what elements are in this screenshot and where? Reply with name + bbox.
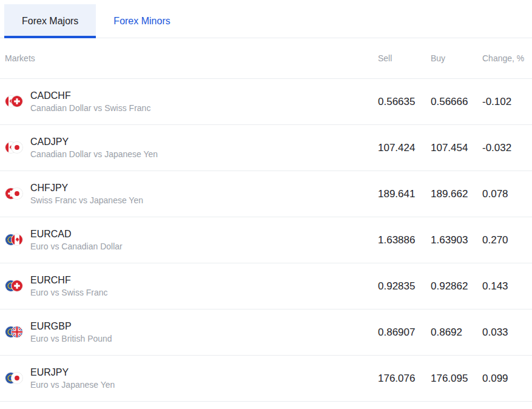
change-percent: 0.078 — [482, 188, 532, 200]
market-cell: EURGBP Euro vs British Pound — [5, 320, 378, 344]
market-cell: CADCHF Canadian Dollar vs Swiss Franc — [5, 89, 378, 113]
column-header-change: Change, % — [482, 53, 532, 63]
flag-pair — [5, 234, 23, 246]
pair-description: Euro vs Canadian Dollar — [30, 241, 123, 252]
buy-price: 1.63903 — [431, 234, 482, 246]
flag-pair — [5, 141, 23, 154]
sell-price: 0.92835 — [378, 280, 431, 292]
pair-text: EURCHF Euro vs Swiss Franc — [30, 274, 108, 298]
change-percent: 0.270 — [482, 234, 532, 246]
jpy-flag-icon — [11, 372, 23, 384]
pair-symbol: EURJPY — [30, 366, 115, 379]
pair-description: Canadian Dollar vs Japanese Yen — [30, 149, 158, 160]
jpy-flag-icon — [11, 141, 23, 154]
sell-price: 1.63886 — [378, 234, 431, 246]
flag-pair — [5, 326, 23, 338]
change-percent: 0.099 — [482, 373, 532, 385]
sell-price: 107.424 — [378, 142, 431, 154]
tab-forex-majors[interactable]: Forex Majors — [4, 4, 96, 38]
buy-price: 0.92862 — [431, 280, 482, 292]
change-percent: 0.143 — [482, 280, 532, 292]
pair-text: EURGBP Euro vs British Pound — [30, 320, 112, 344]
pair-description: Swiss Franc vs Japanese Yen — [30, 195, 143, 206]
pair-text: EURCAD Euro vs Canadian Dollar — [30, 228, 123, 252]
market-rows: CADCHF Canadian Dollar vs Swiss Franc 0.… — [0, 79, 532, 402]
market-table: Markets Sell Buy Change, % CADCHF Canadi… — [0, 38, 532, 402]
column-header-markets: Markets — [5, 53, 378, 63]
column-header-buy: Buy — [431, 53, 482, 63]
table-row[interactable]: EURCAD Euro vs Canadian Dollar 1.63886 1… — [0, 217, 532, 263]
pair-text: CADJPY Canadian Dollar vs Japanese Yen — [30, 135, 158, 160]
pair-description: Euro vs Swiss Franc — [30, 287, 108, 299]
sell-price: 0.56635 — [378, 96, 431, 108]
flag-pair — [5, 280, 23, 292]
pair-symbol: CHFJPY — [30, 181, 143, 195]
buy-price: 189.662 — [431, 188, 482, 200]
tab-forex-minors[interactable]: Forex Minors — [96, 4, 187, 38]
table-row[interactable]: EURJPY Euro vs Japanese Yen 176.076 176.… — [0, 356, 532, 402]
pair-description: Euro vs Japanese Yen — [30, 379, 115, 391]
change-percent: 0.033 — [482, 326, 532, 339]
table-row[interactable]: CADJPY Canadian Dollar vs Japanese Yen 1… — [0, 125, 532, 171]
pair-text: CHFJPY Swiss Franc vs Japanese Yen — [30, 181, 143, 206]
table-row[interactable]: CHFJPY Swiss Franc vs Japanese Yen 189.6… — [0, 171, 532, 217]
pair-symbol: EURGBP — [30, 320, 112, 333]
market-cell: CADJPY Canadian Dollar vs Japanese Yen — [5, 135, 378, 160]
table-header: Markets Sell Buy Change, % — [0, 38, 532, 79]
sell-price: 0.86907 — [378, 326, 431, 339]
pair-text: EURJPY Euro vs Japanese Yen — [30, 366, 115, 390]
flag-pair — [5, 95, 23, 107]
pair-symbol: EURCHF — [30, 274, 108, 287]
table-row[interactable]: CADCHF Canadian Dollar vs Swiss Franc 0.… — [0, 79, 532, 125]
tab-bar: Forex Majors Forex Minors — [0, 0, 532, 38]
pair-description: Canadian Dollar vs Swiss Franc — [30, 103, 150, 114]
pair-symbol: CADJPY — [30, 135, 158, 149]
table-row[interactable]: EURGBP Euro vs British Pound 0.86907 0.8… — [0, 309, 532, 356]
pair-symbol: CADCHF — [30, 89, 150, 103]
pair-symbol: EURCAD — [30, 228, 123, 241]
cad-flag-icon — [11, 234, 23, 246]
market-cell: EURCHF Euro vs Swiss Franc — [5, 274, 378, 298]
jpy-flag-icon — [11, 188, 23, 200]
chf-flag-icon — [11, 280, 23, 292]
sell-price: 189.641 — [378, 188, 431, 200]
pair-description: Euro vs British Pound — [30, 333, 112, 345]
pair-text: CADCHF Canadian Dollar vs Swiss Franc — [30, 89, 150, 113]
flag-pair — [5, 188, 23, 200]
change-percent: -0.032 — [482, 142, 532, 154]
market-cell: CHFJPY Swiss Franc vs Japanese Yen — [5, 181, 378, 206]
chf-flag-icon — [11, 95, 23, 107]
flag-pair — [5, 372, 23, 384]
column-header-sell: Sell — [378, 53, 431, 63]
market-cell: EURCAD Euro vs Canadian Dollar — [5, 228, 378, 252]
change-percent: -0.102 — [482, 96, 532, 108]
gbp-flag-icon — [11, 326, 23, 338]
buy-price: 0.56666 — [431, 96, 482, 108]
sell-price: 176.076 — [378, 373, 431, 385]
buy-price: 0.8692 — [431, 326, 482, 339]
buy-price: 107.454 — [431, 142, 482, 154]
market-cell: EURJPY Euro vs Japanese Yen — [5, 366, 378, 390]
buy-price: 176.095 — [431, 373, 482, 385]
table-row[interactable]: EURCHF Euro vs Swiss Franc 0.92835 0.928… — [0, 263, 532, 309]
